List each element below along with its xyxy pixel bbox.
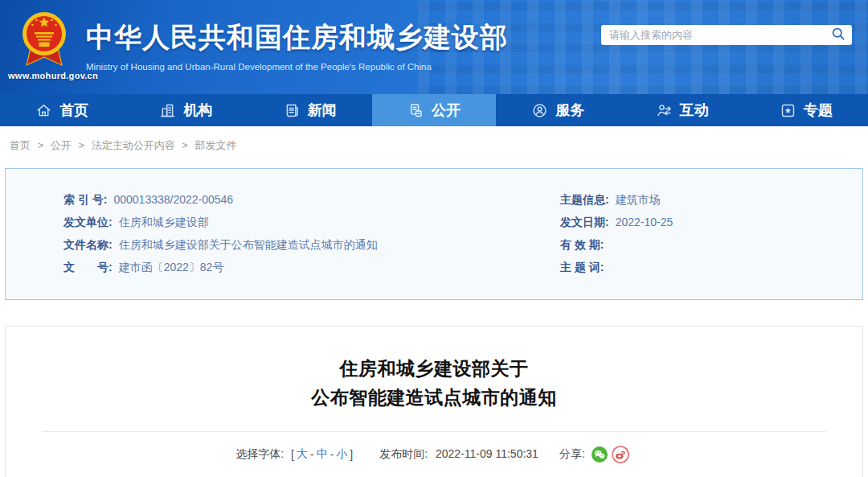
breadcrumb-statutory-content[interactable]: 法定主动公开内容 [92,139,175,151]
nav-item-services[interactable]: 服务 [496,94,620,126]
font-size-large-link[interactable]: 大 [297,447,308,462]
site-header: www.mohurd.gov.cn 中华人民共和国住房和城乡建设部 Minist… [0,0,868,94]
font-selector-label: 选择字体: [235,447,284,462]
info-row-issue-date: 发文日期:2022-10-25 [560,211,862,233]
info-value: 建市函〔2022〕82号 [119,261,224,273]
services-icon [531,102,548,119]
article-title: 住房和城乡建设部关于 公布智能建造试点城市的通知 [6,354,862,412]
breadcrumb-separator: > [182,139,188,151]
nav-item-disclosure[interactable]: 公开 [372,94,496,126]
wechat-share-icon[interactable] [591,446,608,463]
info-row-issuing-unit: 发文单位:住房和城乡建设部 [63,211,560,233]
dash-separator: - [310,448,314,461]
nav-label: 首页 [59,101,88,120]
site-url: www.mohurd.gov.cn [8,71,98,80]
nav-label: 新闻 [308,101,337,120]
info-value: 2022-10-25 [616,216,674,228]
publish-time-value: 2022-11-09 11:50:31 [436,447,538,460]
info-row-index-number: 索 引 号:000013338/2022-00546 [63,188,560,211]
disclosure-icon [407,102,424,119]
breadcrumb-ministry-documents[interactable]: 部发文件 [195,139,237,151]
article-title-line1: 住房和城乡建设部关于 [6,354,862,383]
breadcrumb-home[interactable]: 首页 [10,139,31,151]
font-size-medium-link[interactable]: 中 [317,447,328,462]
info-label: 发文日期: [560,216,609,228]
search-button[interactable] [831,27,852,43]
breadcrumb-separator: > [38,139,44,151]
document-info-left-column: 索 引 号:000013338/2022-00546 发文单位:住房和城乡建设部… [6,188,560,278]
info-row-document-number: 文 号:建市函〔2022〕82号 [63,256,560,278]
title-divider [42,431,826,432]
info-value: 住房和城乡建设部 [119,216,209,228]
article-title-line2: 公布智能建造试点城市的通知 [6,383,862,412]
nav-label: 公开 [432,101,461,120]
news-icon [284,102,301,119]
info-label: 主题信息: [560,193,609,206]
nav-item-topics[interactable]: 专题 [744,94,868,126]
info-value: 住房和城乡建设部关于公布智能建造试点城市的通知 [119,238,378,251]
article-meta-row: 选择字体: [ 大 - 中 - 小 ] 发布时间: 2022-11-09 11:… [6,446,862,463]
home-icon [35,102,52,119]
weibo-share-icon[interactable] [612,446,629,463]
main-nav: 首页 机构 新闻 公开 [0,94,868,126]
site-subtitle: Ministry of Housing and Urban-Rural Deve… [86,62,508,72]
nav-label: 互动 [680,101,709,120]
topics-icon [780,102,796,119]
nav-item-home[interactable]: 首页 [0,94,124,126]
nav-label: 服务 [555,101,584,120]
info-row-document-name: 文件名称:住房和城乡建设部关于公布智能建造试点城市的通知 [63,233,560,256]
nav-item-organization[interactable]: 机构 [124,94,248,126]
dash-separator: - [330,448,334,461]
info-value: 建筑市场 [616,193,661,206]
breadcrumb: 首页 > 公开 > 法定主动公开内容 > 部发文件 [10,138,868,153]
document-info-box: 索 引 号:000013338/2022-00546 发文单位:住房和城乡建设部… [5,168,863,300]
bracket-close: ] [350,448,353,461]
article-container: 住房和城乡建设部关于 公布智能建造试点城市的通知 选择字体: [ 大 - 中 -… [5,326,863,477]
info-value: 000013338/2022-00546 [113,193,233,206]
info-label: 文件名称: [63,238,113,251]
nav-item-interaction[interactable]: 互动 [620,94,743,126]
site-title: 中华人民共和国住房和城乡建设部 [86,19,508,56]
nav-item-news[interactable]: 新闻 [248,94,372,126]
info-row-topic-info: 主题信息:建筑市场 [560,188,862,211]
info-label: 发文单位: [63,216,113,228]
search-box [601,25,852,45]
interaction-icon [656,102,673,119]
info-row-keywords: 主 题 词: [560,256,862,278]
search-icon [831,27,845,43]
organization-icon [159,102,176,119]
nav-label: 专题 [804,101,833,120]
national-emblem-icon [21,10,68,75]
share-block: 分享: [559,446,633,463]
breadcrumb-disclosure[interactable]: 公开 [51,139,72,151]
search-input[interactable] [601,29,831,41]
nav-label: 机构 [183,101,212,120]
breadcrumb-separator: > [78,139,84,151]
font-size-small-link[interactable]: 小 [336,447,347,462]
publish-time-label: 发布时间: [379,447,428,460]
info-label: 索 引 号: [63,193,107,206]
font-size-selector: 选择字体: [ 大 - 中 - 小 ] [235,447,355,462]
share-label: 分享: [559,447,585,462]
info-label: 有 效 期: [560,238,604,251]
info-label: 主 题 词: [560,261,604,273]
document-info-right-column: 主题信息:建筑市场 发文日期:2022-10-25 有 效 期: 主 题 词: [560,188,862,278]
info-label: 文 号: [63,261,113,273]
info-row-validity-period: 有 效 期: [560,233,862,256]
bracket-open: [ [291,448,294,461]
publish-time: 发布时间: 2022-11-09 11:50:31 [379,447,538,462]
